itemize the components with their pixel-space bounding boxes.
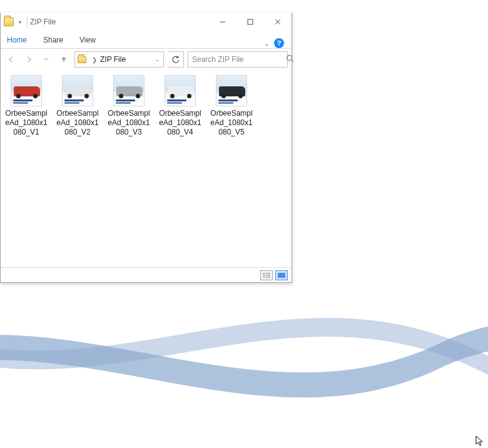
search-input[interactable]: [192, 55, 286, 64]
address-dropdown-icon[interactable]: ⌄: [152, 56, 163, 63]
search-icon[interactable]: [286, 54, 294, 64]
explorer-window: ▾ ZIP File Home Share View ⌄ ?: [0, 13, 292, 283]
tab-home[interactable]: Home: [4, 33, 29, 48]
file-item[interactable]: OrbeeSampleAd_1080x1080_V1: [3, 75, 49, 137]
minimize-button[interactable]: [209, 13, 236, 31]
folder-icon: [2, 15, 16, 29]
file-name-label: OrbeeSampleAd_1080x1080_V1: [3, 109, 49, 137]
file-thumbnail: [216, 75, 247, 106]
file-item[interactable]: OrbeeSampleAd_1080x1080_V3: [106, 75, 152, 137]
ribbon-tabs: Home Share View ⌄ ?: [1, 31, 292, 49]
file-item[interactable]: OrbeeSampleAd_1080x1080_V5: [208, 75, 255, 137]
svg-rect-1: [248, 19, 253, 24]
svg-line-5: [292, 60, 294, 63]
svg-point-4: [287, 56, 292, 61]
titlebar-separator: [27, 16, 28, 28]
titlebar[interactable]: ▾ ZIP File: [1, 13, 292, 31]
help-icon[interactable]: ?: [274, 38, 284, 48]
file-item[interactable]: OrbeeSampleAd_1080x1080_V4: [157, 75, 203, 137]
details-view-button[interactable]: [260, 270, 273, 280]
file-thumbnail: [11, 75, 42, 106]
refresh-button[interactable]: [168, 51, 184, 68]
file-name-label: OrbeeSampleAd_1080x1080_V4: [157, 109, 203, 137]
up-button[interactable]: [57, 53, 71, 66]
close-button[interactable]: [264, 13, 292, 31]
file-name-label: OrbeeSampleAd_1080x1080_V5: [208, 109, 255, 137]
status-bar: [1, 267, 292, 282]
desktop-wave-2: [0, 263, 488, 425]
file-thumbnail: [62, 75, 93, 106]
recent-dropdown-icon[interactable]: [39, 53, 53, 66]
search-box[interactable]: [188, 51, 288, 68]
breadcrumb-current[interactable]: ZIP File: [100, 55, 126, 64]
thumbnails-view-button[interactable]: [275, 270, 288, 280]
address-folder-icon: [75, 56, 89, 63]
file-thumbnail: [165, 75, 196, 106]
qat-dropdown-icon[interactable]: ▾: [16, 19, 24, 25]
back-button[interactable]: [4, 53, 18, 66]
address-bar[interactable]: ❯ ZIP File ⌄: [74, 51, 164, 68]
file-name-label: OrbeeSampleAd_1080x1080_V2: [54, 109, 101, 137]
maximize-button[interactable]: [236, 13, 264, 31]
file-item[interactable]: OrbeeSampleAd_1080x1080_V2: [54, 75, 101, 137]
file-grid[interactable]: OrbeeSampleAd_1080x1080_V1OrbeeSampleAd_…: [1, 70, 292, 267]
breadcrumb-chevron-icon[interactable]: ❯: [89, 56, 100, 63]
file-name-label: OrbeeSampleAd_1080x1080_V3: [106, 109, 152, 137]
svg-rect-12: [278, 273, 285, 278]
ribbon-collapse-icon[interactable]: ⌄: [264, 40, 269, 47]
tab-view[interactable]: View: [77, 33, 98, 48]
mouse-cursor-icon: [475, 435, 484, 447]
tab-share[interactable]: Share: [41, 33, 66, 48]
forward-button[interactable]: [22, 53, 36, 66]
file-thumbnail: [113, 75, 145, 106]
nav-row: ❯ ZIP File ⌄: [1, 49, 292, 70]
window-title: ZIP File: [30, 18, 56, 26]
